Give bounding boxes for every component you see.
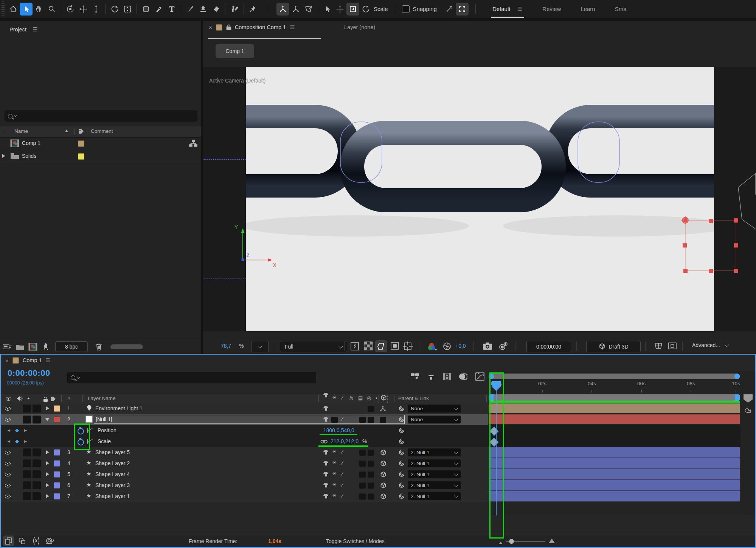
- snapping-checkbox[interactable]: [402, 5, 410, 13]
- rasterize-switch[interactable]: ∕: [342, 416, 343, 422]
- threed-switch-icon[interactable]: [380, 450, 386, 457]
- work-area-end-handle[interactable]: [735, 394, 740, 401]
- switch-cell[interactable]: [368, 494, 374, 500]
- unlock-icon[interactable]: [226, 24, 231, 30]
- expand-chevron-icon[interactable]: [46, 494, 51, 498]
- lock-cell[interactable]: [33, 492, 41, 500]
- layer-bar-environment-light[interactable]: [489, 403, 740, 413]
- rasterize-switch[interactable]: ∕: [342, 471, 343, 477]
- label-color-swatch[interactable]: [54, 493, 60, 500]
- screen-space-gizmo-icon[interactable]: [302, 3, 315, 16]
- layer-name[interactable]: Shape Layer 5: [95, 449, 130, 455]
- motion-blur-column-icon[interactable]: ◎: [367, 395, 371, 401]
- zoom-in-mountain-icon[interactable]: [548, 538, 555, 545]
- shy-switch[interactable]: [323, 483, 329, 487]
- layer-row-shape3[interactable]: 6 ★ Shape Layer 3 ☀ ∕ 2. Null 1: [1, 480, 488, 491]
- toolbar-grip[interactable]: [2, 2, 5, 17]
- layer-row-shape1[interactable]: 7 ★ Shape Layer 1 ☀ ∕ 2. Null 1: [1, 491, 488, 502]
- keyframe-toggle-icon[interactable]: ◆: [15, 427, 19, 433]
- viewer-tab-menu-icon[interactable]: ☰: [290, 24, 295, 31]
- rasterize-switch[interactable]: ∕: [342, 482, 343, 488]
- breadcrumb-comp-button[interactable]: Comp 1: [216, 44, 254, 58]
- audio-cell[interactable]: [23, 481, 31, 489]
- layer-name[interactable]: Shape Layer 2: [95, 460, 130, 466]
- previous-keyframe-icon[interactable]: ◀: [8, 428, 10, 432]
- view-layout-icon[interactable]: [654, 342, 663, 351]
- gizmo-scale-icon[interactable]: [346, 3, 359, 16]
- column-label-tag-icon[interactable]: [78, 128, 85, 136]
- audio-cell[interactable]: [23, 459, 31, 467]
- puppet-pin-tool-icon[interactable]: [228, 3, 241, 16]
- video-column-eye-icon[interactable]: [5, 395, 12, 402]
- collapse-chevron-icon[interactable]: [45, 418, 49, 423]
- audio-cell[interactable]: [23, 416, 31, 423]
- label-color-swatch[interactable]: [54, 405, 60, 412]
- label-color-swatch[interactable]: [78, 153, 84, 160]
- comp-button-icon[interactable]: [744, 407, 751, 414]
- magnification-dropdown[interactable]: [251, 341, 269, 352]
- expand-chevron-icon[interactable]: [46, 406, 51, 410]
- shy-toggle-icon[interactable]: [427, 373, 436, 381]
- layer-name-column[interactable]: Layer Name: [88, 395, 116, 401]
- eraser-tool-icon[interactable]: [210, 3, 222, 16]
- shy-switch[interactable]: [323, 450, 329, 455]
- workspace-tab-learn[interactable]: Learn: [581, 6, 595, 12]
- timeline-panel-menu-icon[interactable]: ☰: [46, 357, 51, 364]
- hand-tool-icon[interactable]: [33, 3, 45, 16]
- layer-row-shape2[interactable]: 4 ★ Shape Layer 2 ☀ ∕ 2. Null 1: [1, 458, 488, 469]
- shy-switch[interactable]: [323, 494, 329, 498]
- layer-name-field[interactable]: [Null 1]: [94, 415, 405, 424]
- layer-name[interactable]: Environment Light 1: [95, 405, 143, 411]
- collapse-switch[interactable]: ☀: [332, 482, 337, 487]
- rotation-tool-icon[interactable]: [108, 3, 121, 16]
- parent-dropdown[interactable]: None: [408, 405, 461, 413]
- pin-tool-icon[interactable]: [247, 3, 259, 16]
- property-label[interactable]: Position: [98, 427, 116, 433]
- dolly-camera-tool-icon[interactable]: [90, 3, 102, 16]
- bit-depth-button[interactable]: 8 bpc: [55, 341, 88, 352]
- new-folder-icon[interactable]: [14, 340, 26, 353]
- layer-name[interactable]: Shape Layer 3: [95, 482, 130, 488]
- layer-bar-shape5[interactable]: [489, 447, 740, 458]
- snap-along-edges-icon[interactable]: [443, 3, 456, 16]
- home-icon[interactable]: [7, 3, 20, 16]
- scale-value[interactable]: 212,0,212,0: [331, 438, 359, 444]
- clone-stamp-tool-icon[interactable]: [197, 3, 210, 16]
- collapse-switch[interactable]: ☀: [332, 460, 337, 465]
- lock-cell[interactable]: [33, 405, 41, 413]
- expand-layer-switches-icon[interactable]: [3, 536, 14, 546]
- rasterize-column-icon[interactable]: ∕: [342, 395, 343, 401]
- switch-cell[interactable]: [368, 472, 374, 478]
- selection-handles[interactable]: [679, 214, 743, 276]
- switch-cell[interactable]: [380, 417, 386, 423]
- camera-marquee-tool-icon[interactable]: [121, 3, 134, 16]
- workspace-menu-icon[interactable]: ☰: [517, 6, 523, 12]
- parent-pickwhip-icon[interactable]: [399, 493, 405, 500]
- layer-bar-null[interactable]: [489, 414, 740, 424]
- transparency-grid-icon[interactable]: [364, 341, 373, 352]
- parent-dropdown[interactable]: 2. Null 1: [408, 492, 461, 500]
- expand-chevron-icon[interactable]: [46, 483, 51, 487]
- collapse-column-icon[interactable]: ☀: [332, 395, 337, 400]
- snap-to-features-icon[interactable]: [456, 3, 469, 16]
- motion-blur-icon[interactable]: [458, 372, 468, 382]
- expand-chevron-icon[interactable]: [46, 472, 51, 476]
- switch-cell[interactable]: [368, 406, 374, 412]
- adjustment-column-icon[interactable]: ◑: [374, 395, 377, 401]
- parent-pickwhip-icon[interactable]: [399, 405, 405, 413]
- position-value[interactable]: 1800,0,540,0: [323, 427, 354, 433]
- eye-icon[interactable]: [5, 482, 11, 488]
- project-item-comp1[interactable]: Comp 1: [0, 137, 201, 150]
- parent-dropdown[interactable]: None: [408, 416, 461, 423]
- brush-tool-icon[interactable]: [184, 3, 197, 16]
- graph-editor-icon[interactable]: [475, 372, 485, 382]
- fast-previews-button[interactable]: Draft 3D: [586, 341, 641, 352]
- comp-marker-button[interactable]: [744, 394, 753, 403]
- work-area-bar[interactable]: [489, 394, 740, 401]
- type-tool-icon[interactable]: T: [165, 3, 178, 16]
- scrollbar-right-cap[interactable]: [734, 374, 740, 379]
- project-item-solids[interactable]: Solids: [0, 150, 201, 163]
- parent-dropdown[interactable]: 2. Null 1: [408, 470, 461, 478]
- rasterize-switch[interactable]: ∕: [342, 493, 343, 499]
- guides-icon[interactable]: [403, 341, 413, 352]
